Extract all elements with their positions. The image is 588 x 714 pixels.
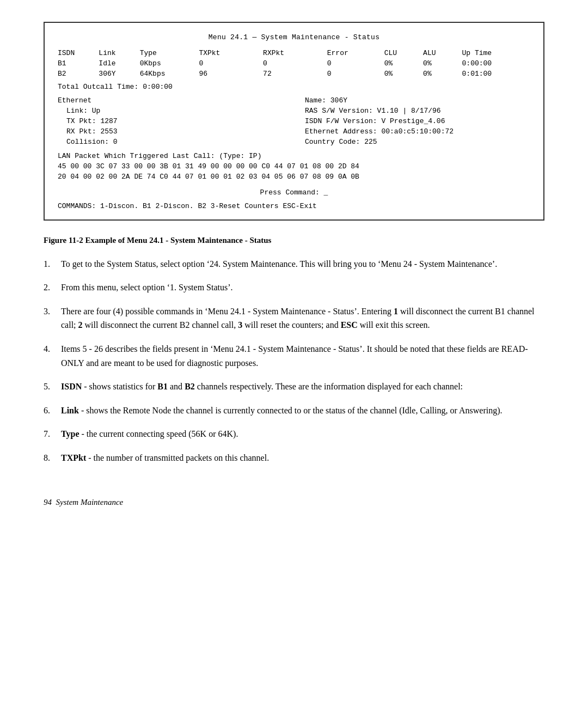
list-item-6-content: Link - shows the Remote Node the channel… bbox=[61, 404, 544, 418]
cmd-1: 1 bbox=[394, 307, 398, 316]
b1-txpkt: 0 bbox=[199, 59, 263, 69]
list-item-2: From this menu, select option ‘1. System… bbox=[44, 280, 544, 295]
list-item-1-content: To get to the System Status, select opti… bbox=[61, 257, 544, 271]
b1-isdn: B1 bbox=[58, 59, 99, 69]
col-header-clu: CLU bbox=[384, 48, 423, 59]
packet-section: LAN Packet Which Triggered Last Call: (T… bbox=[58, 151, 530, 182]
list-item-7: Type - the current connecting speed (56K… bbox=[44, 427, 544, 441]
b2-uptime: 0:01:00 bbox=[462, 69, 530, 80]
b1-rxpkt: 0 bbox=[263, 59, 327, 69]
total-outcall-value: 0:00:00 bbox=[143, 83, 173, 91]
b2-clu: 0% bbox=[384, 69, 423, 80]
list-item-5: ISDN - shows statistics for B1 and B2 ch… bbox=[44, 380, 544, 394]
table-row-b1: B1 Idle 0Kbps 0 0 0 0% 0% 0:00:00 bbox=[58, 59, 530, 69]
packet-data-line1: 45 00 00 3C 07 33 00 00 3B 01 31 49 00 0… bbox=[58, 162, 530, 172]
col-header-alu: ALU bbox=[423, 48, 462, 59]
list-item-1: To get to the System Status, select opti… bbox=[44, 257, 544, 271]
terminal-box: Menu 24.1 — System Maintenance - Status … bbox=[44, 22, 544, 221]
isdn-fw-version: ISDN F/W Version: V Prestige_4.06 bbox=[305, 117, 530, 127]
list-item-6: Link - shows the Remote Node the channel… bbox=[44, 404, 544, 418]
tx-pkt: TX Pkt: 1287 bbox=[58, 117, 283, 127]
col-header-link: Link bbox=[99, 48, 139, 59]
ethernet-address: Ethernet Address: 00:a0:c5:10:00:72 bbox=[305, 127, 530, 137]
main-list: To get to the System Status, select opti… bbox=[44, 257, 544, 465]
txpkt-term: TXPkt bbox=[61, 453, 86, 462]
cmd-3: 3 bbox=[238, 320, 242, 329]
col-header-uptime: Up Time bbox=[462, 48, 530, 59]
list-item-5-content: ISDN - shows statistics for B1 and B2 ch… bbox=[61, 380, 544, 394]
link-status: Link: Up bbox=[58, 106, 283, 117]
b1-error: 0 bbox=[327, 59, 384, 69]
isdn-term: ISDN bbox=[61, 382, 82, 391]
list-item-4-content: Items 5 - 26 describes the fields presen… bbox=[61, 342, 544, 370]
right-info-col: Name: 306Y RAS S/W Version: V1.10 | 8/17… bbox=[305, 96, 530, 147]
list-item-8-content: TXPkt - the number of transmitted packet… bbox=[61, 451, 544, 465]
b2-link: 306Y bbox=[99, 69, 139, 80]
rx-pkt: RX Pkt: 2553 bbox=[58, 127, 283, 137]
ethernet-label: Ethernet bbox=[58, 96, 283, 106]
name-field: Name: 306Y bbox=[305, 96, 530, 106]
col-header-txpkt: TXPkt bbox=[199, 48, 263, 59]
footer-section: System Maintenance bbox=[56, 498, 124, 506]
b2-rxpkt: 72 bbox=[263, 69, 327, 80]
commands-line: COMMANDS: 1-Discon. B1 2-Discon. B2 3-Re… bbox=[58, 202, 530, 212]
press-command: Press Command: _ bbox=[58, 188, 530, 198]
info-columns: Ethernet Link: Up TX Pkt: 1287 RX Pkt: 2… bbox=[58, 96, 530, 147]
list-item-3-content: There are four (4) possible commands in … bbox=[61, 304, 544, 332]
b2-term: B2 bbox=[185, 382, 195, 391]
terminal-status-table: ISDN Link Type TXPkt RXPkt Error CLU ALU… bbox=[58, 48, 530, 80]
list-item-2-content: From this menu, select option ‘1. System… bbox=[61, 280, 544, 295]
terminal-title: Menu 24.1 — System Maintenance - Status bbox=[58, 33, 530, 43]
b1-link: Idle bbox=[99, 59, 139, 69]
total-outcall-label: Total Outcall Time: bbox=[58, 83, 143, 91]
cmd-esc: ESC bbox=[341, 320, 358, 329]
col-header-type: Type bbox=[140, 48, 199, 59]
left-info-col: Ethernet Link: Up TX Pkt: 1287 RX Pkt: 2… bbox=[58, 96, 283, 147]
list-item-8: TXPkt - the number of transmitted packet… bbox=[44, 451, 544, 465]
type-term: Type bbox=[61, 429, 79, 438]
packet-label: LAN Packet Which Triggered Last Call: (T… bbox=[58, 151, 530, 162]
link-term: Link bbox=[61, 406, 79, 415]
cmd-2: 2 bbox=[78, 320, 83, 329]
list-item-3: There are four (4) possible commands in … bbox=[44, 304, 544, 332]
b2-type: 64Kbps bbox=[140, 69, 199, 80]
b2-error: 0 bbox=[327, 69, 384, 80]
country-code: Country Code: 225 bbox=[305, 137, 530, 148]
b1-type: 0Kbps bbox=[140, 59, 199, 69]
table-row-b2: B2 306Y 64Kbps 96 72 0 0% 0% 0:01:00 bbox=[58, 69, 530, 80]
b1-alu: 0% bbox=[423, 59, 462, 69]
page-footer: 94 System Maintenance bbox=[44, 498, 544, 507]
packet-data-line2: 20 04 00 02 00 2A DE 74 C0 44 07 01 00 0… bbox=[58, 172, 530, 182]
page-number: 94 bbox=[44, 498, 52, 506]
b2-alu: 0% bbox=[423, 69, 462, 80]
b1-term: B1 bbox=[157, 382, 168, 391]
b1-uptime: 0:00:00 bbox=[462, 59, 530, 69]
total-outcall-section: Total Outcall Time:0:00:00 bbox=[58, 82, 530, 93]
figure-caption: Figure 11-2 Example of Menu 24.1 - Syste… bbox=[44, 236, 544, 245]
col-header-rxpkt: RXPkt bbox=[263, 48, 327, 59]
ras-sw-version: RAS S/W Version: V1.10 | 8/17/96 bbox=[305, 106, 530, 117]
list-item-7-content: Type - the current connecting speed (56K… bbox=[61, 427, 544, 441]
b1-clu: 0% bbox=[384, 59, 423, 69]
col-header-error: Error bbox=[327, 48, 384, 59]
collision: Collision: 0 bbox=[58, 137, 283, 148]
col-header-isdn: ISDN bbox=[58, 48, 99, 59]
list-item-4: Items 5 - 26 describes the fields presen… bbox=[44, 342, 544, 370]
b2-txpkt: 96 bbox=[199, 69, 263, 80]
b2-isdn: B2 bbox=[58, 69, 99, 80]
